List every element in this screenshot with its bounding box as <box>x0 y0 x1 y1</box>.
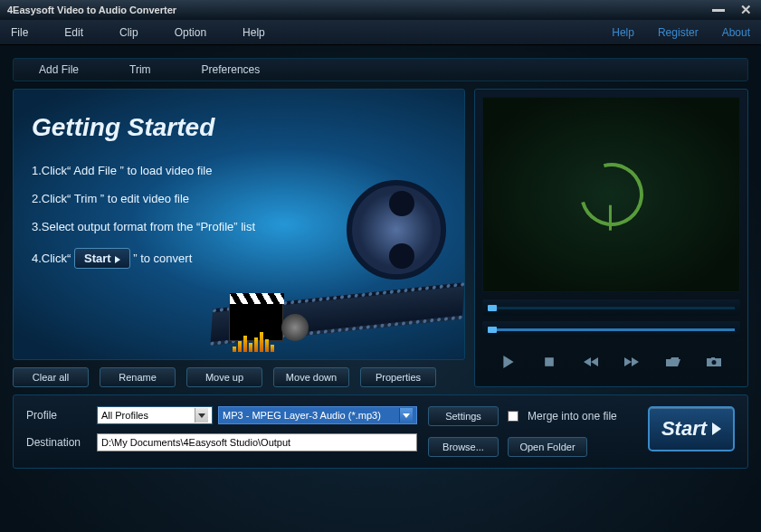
link-register[interactable]: Register <box>658 26 699 39</box>
menu-help[interactable]: Help <box>243 26 265 39</box>
link-help[interactable]: Help <box>612 26 634 39</box>
clear-all-button[interactable]: Clear all <box>13 367 89 387</box>
menu-option[interactable]: Option <box>175 26 206 39</box>
trim-slider[interactable] <box>482 299 740 316</box>
menu-clip[interactable]: Clip <box>119 26 138 39</box>
move-up-button[interactable]: Move up <box>186 367 262 387</box>
profile-format-select[interactable]: MP3 - MPEG Layer-3 Audio (*.mp3) <box>218 406 417 424</box>
snapshot-button[interactable] <box>704 354 724 370</box>
minimize-button[interactable] <box>710 5 727 15</box>
browse-button[interactable]: Browse... <box>428 437 499 457</box>
svg-rect-0 <box>545 357 554 366</box>
destination-label: Destination <box>26 436 91 449</box>
profile-label: Profile <box>26 409 91 422</box>
toolbar: Add File Trim Preferences <box>13 58 748 81</box>
prev-button[interactable] <box>581 354 601 370</box>
stop-button[interactable] <box>539 354 559 370</box>
merge-checkbox[interactable] <box>508 411 518 422</box>
welcome-panel: Getting Started 1.Click“ Add File ” to l… <box>13 89 465 360</box>
open-file-button[interactable] <box>663 354 683 370</box>
main-window: 4Easysoft Video to Audio Converter ✕ Fil… <box>0 0 761 532</box>
mini-start-badge: Start <box>74 248 130 269</box>
svg-point-2 <box>712 360 717 365</box>
progress-slider[interactable] <box>482 321 740 337</box>
welcome-step-1: 1.Click“ Add File ” to load video file <box>32 164 446 177</box>
welcome-heading: Getting Started <box>32 113 446 142</box>
properties-button[interactable]: Properties <box>360 367 436 387</box>
open-folder-button[interactable]: Open Folder <box>508 437 587 457</box>
menu-edit[interactable]: Edit <box>64 26 83 39</box>
speaker-icon <box>281 314 309 341</box>
film-reel-icon <box>347 180 446 280</box>
move-down-button[interactable]: Move down <box>273 367 349 387</box>
merge-label: Merge into one file <box>528 410 617 423</box>
menu-bar: File Edit Clip Option Help Help Register… <box>0 20 761 45</box>
preview-screen <box>482 97 740 292</box>
equalizer-icon <box>233 332 274 352</box>
app-title: 4Easysoft Video to Audio Converter <box>7 5 176 15</box>
start-button[interactable]: Start <box>648 406 735 451</box>
play-button[interactable] <box>499 354 518 370</box>
profile-group-select[interactable]: All Profiles <box>97 406 213 424</box>
title-bar: 4Easysoft Video to Audio Converter ✕ <box>0 0 761 20</box>
toolbar-add-file[interactable]: Add File <box>14 63 104 76</box>
toolbar-preferences[interactable]: Preferences <box>176 63 286 76</box>
settings-button[interactable]: Settings <box>428 406 499 426</box>
link-about[interactable]: About <box>722 26 750 39</box>
close-button[interactable]: ✕ <box>737 5 754 15</box>
destination-input[interactable]: D:\My Documents\4Easysoft Studio\Output <box>97 433 417 451</box>
svg-rect-3 <box>711 357 715 359</box>
bottom-panel: Profile All Profiles MP3 - MPEG Layer-3 … <box>13 394 748 469</box>
menu-file[interactable]: File <box>11 26 28 39</box>
rename-button[interactable]: Rename <box>100 367 176 387</box>
toolbar-trim[interactable]: Trim <box>104 63 176 76</box>
preview-panel <box>474 89 748 387</box>
next-button[interactable] <box>622 354 642 370</box>
brand-logo-icon <box>568 151 655 238</box>
